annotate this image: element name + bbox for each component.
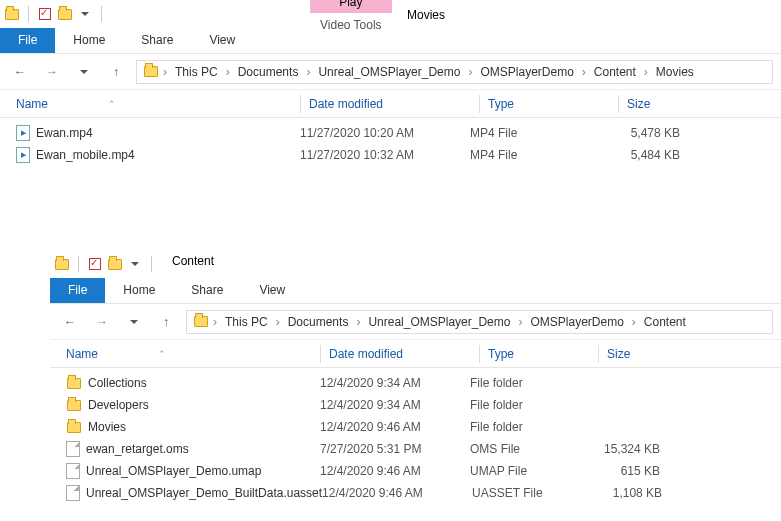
breadcrumb-seg[interactable]: OMSPlayerDemo (526, 313, 627, 331)
breadcrumb-seg[interactable]: Unreal_OMSPlayer_Demo (364, 313, 514, 331)
tab-home[interactable]: Home (105, 278, 173, 303)
folder-icon[interactable] (57, 6, 73, 22)
chevron-down-icon[interactable] (72, 60, 96, 84)
column-size[interactable]: Size (627, 97, 727, 111)
up-button[interactable]: ↑ (104, 60, 128, 84)
file-date: 12/4/2020 9:34 AM (320, 398, 470, 412)
video-file-icon (16, 147, 30, 163)
tab-view[interactable]: View (241, 278, 303, 303)
breadcrumb-seg[interactable]: Content (590, 63, 640, 81)
file-row[interactable]: Ewan_mobile.mp4 11/27/2020 10:32 AM MP4 … (0, 144, 781, 166)
tab-view[interactable]: View (191, 28, 253, 53)
tab-share[interactable]: Share (123, 28, 191, 53)
column-date[interactable]: Date modified (309, 97, 479, 111)
file-date: 12/4/2020 9:46 AM (320, 464, 470, 478)
chevron-right-icon[interactable]: › (161, 65, 169, 79)
tab-home[interactable]: Home (55, 28, 123, 53)
properties-icon[interactable] (87, 256, 103, 272)
chevron-right-icon[interactable]: › (580, 65, 588, 79)
properties-icon[interactable] (37, 6, 53, 22)
file-name: Unreal_OMSPlayer_Demo.umap (86, 464, 261, 478)
chevron-down-icon[interactable] (127, 256, 143, 272)
window-title: Content (160, 250, 226, 272)
file-row[interactable]: Ewan.mp4 11/27/2020 10:20 AM MP4 File 5,… (0, 122, 781, 144)
file-row[interactable]: Unreal_OMSPlayer_Demo_BuiltData.uasset 1… (50, 482, 781, 504)
chevron-right-icon[interactable]: › (224, 65, 232, 79)
divider (78, 256, 79, 272)
breadcrumb-seg[interactable]: Movies (652, 63, 698, 81)
folder-icon (66, 419, 82, 435)
chevron-right-icon[interactable]: › (642, 65, 650, 79)
context-tab-label[interactable]: Video Tools (310, 13, 392, 37)
folder-icon (54, 256, 70, 272)
column-name[interactable]: Name⌃ (0, 97, 300, 111)
breadcrumb-seg[interactable]: Content (640, 313, 690, 331)
breadcrumb[interactable]: › This PC › Documents › Unreal_OMSPlayer… (136, 60, 773, 84)
divider (300, 95, 301, 113)
chevron-right-icon[interactable]: › (516, 315, 524, 329)
file-row[interactable]: Developers 12/4/2020 9:34 AM File folder (50, 394, 781, 416)
breadcrumb-seg[interactable]: This PC (221, 313, 272, 331)
divider (479, 95, 480, 113)
chevron-right-icon[interactable]: › (466, 65, 474, 79)
file-name: Developers (88, 398, 149, 412)
titlebar: Content (50, 250, 781, 278)
breadcrumb-seg[interactable]: Documents (284, 313, 353, 331)
breadcrumb-seg[interactable]: Unreal_OMSPlayer_Demo (314, 63, 464, 81)
column-type[interactable]: Type (488, 347, 598, 361)
context-tab-play[interactable]: Play (310, 0, 392, 13)
breadcrumb[interactable]: › This PC › Documents › Unreal_OMSPlayer… (186, 310, 773, 334)
file-list: Collections 12/4/2020 9:34 AM File folde… (50, 368, 781, 508)
file-row[interactable]: Movies 12/4/2020 9:46 AM File folder (50, 416, 781, 438)
file-row[interactable]: Collections 12/4/2020 9:34 AM File folde… (50, 372, 781, 394)
file-type: OMS File (470, 442, 580, 456)
column-name[interactable]: Name⌃ (50, 347, 320, 361)
column-label: Name (16, 97, 48, 111)
sort-caret-icon: ⌃ (158, 349, 166, 359)
forward-button[interactable]: → (40, 60, 64, 84)
back-button[interactable]: ← (8, 60, 32, 84)
tab-file[interactable]: File (50, 278, 105, 303)
divider (28, 6, 29, 22)
sort-caret-icon: ⌃ (108, 99, 116, 109)
chevron-right-icon[interactable]: › (274, 315, 282, 329)
tab-file[interactable]: File (0, 28, 55, 53)
file-size: 5,484 KB (600, 148, 700, 162)
chevron-right-icon[interactable]: › (211, 315, 219, 329)
divider (618, 95, 619, 113)
forward-button[interactable]: → (90, 310, 114, 334)
breadcrumb-seg[interactable]: OMSPlayerDemo (476, 63, 577, 81)
window-title: Movies (395, 4, 457, 26)
divider (479, 345, 480, 363)
column-date[interactable]: Date modified (329, 347, 479, 361)
column-size[interactable]: Size (607, 347, 707, 361)
file-icon (66, 463, 80, 479)
file-icon (66, 441, 80, 457)
folder-icon (66, 397, 82, 413)
tab-share[interactable]: Share (173, 278, 241, 303)
breadcrumb-seg[interactable]: Documents (234, 63, 303, 81)
file-row[interactable]: ewan_retarget.oms 7/27/2020 5:31 PM OMS … (50, 438, 781, 460)
chevron-right-icon[interactable]: › (354, 315, 362, 329)
up-button[interactable]: ↑ (154, 310, 178, 334)
navbar: ← → ↑ › This PC › Documents › Unreal_OMS… (50, 304, 781, 340)
breadcrumb-seg[interactable]: This PC (171, 63, 222, 81)
divider (598, 345, 599, 363)
file-date: 11/27/2020 10:32 AM (300, 148, 470, 162)
column-headers: Name⌃ Date modified Type Size (50, 340, 781, 368)
file-type: File folder (470, 376, 580, 390)
file-name: Ewan_mobile.mp4 (36, 148, 135, 162)
file-name: Collections (88, 376, 147, 390)
folder-icon[interactable] (107, 256, 123, 272)
chevron-down-icon[interactable] (77, 6, 93, 22)
chevron-right-icon[interactable]: › (304, 65, 312, 79)
explorer-window-movies: Play Video Tools Movies File Home Share … (0, 0, 781, 170)
file-icon (66, 485, 80, 501)
file-row[interactable]: Unreal_OMSPlayer_Demo.umap 12/4/2020 9:4… (50, 460, 781, 482)
column-type[interactable]: Type (488, 97, 618, 111)
folder-icon (66, 375, 82, 391)
file-date: 12/4/2020 9:34 AM (320, 376, 470, 390)
chevron-right-icon[interactable]: › (630, 315, 638, 329)
back-button[interactable]: ← (58, 310, 82, 334)
chevron-down-icon[interactable] (122, 310, 146, 334)
